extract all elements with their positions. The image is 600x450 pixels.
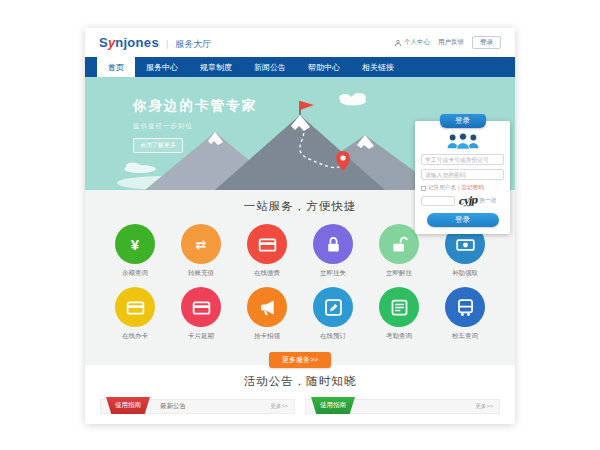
personal-center-label: 个人中心 xyxy=(404,38,430,47)
bus-icon xyxy=(455,297,476,318)
yuan-icon: ¥ xyxy=(131,237,139,252)
tab-latest-news[interactable]: 最新公告 xyxy=(160,402,186,411)
hero-cta-button[interactable]: 点击了解更多 xyxy=(133,138,183,153)
site-subtitle: 服务大厅 xyxy=(175,38,211,51)
nav-item-service-center[interactable]: 服务中心 xyxy=(135,57,189,77)
logo-divider: | xyxy=(166,39,168,49)
captcha-input[interactable] xyxy=(421,196,455,206)
service-label: 立即挂失 xyxy=(300,269,366,278)
row-divider: | xyxy=(458,185,459,191)
service-item-booking[interactable]: 在线预订 xyxy=(300,287,366,341)
service-circle xyxy=(379,287,419,327)
personal-center-link[interactable]: 个人中心 xyxy=(394,38,430,47)
service-label: 立即解挂 xyxy=(366,269,432,278)
guide-panel-right: 使用指南 更多>> xyxy=(305,399,500,414)
right-more-link[interactable]: 更多>> xyxy=(475,403,493,411)
announcements-section: 活动公告，随时知晓 使用指南 最新公告 更多>> 使用指南 更多>> xyxy=(85,365,515,414)
service-item-found-card[interactable]: 拾卡招领 xyxy=(234,287,300,341)
user-feedback-label: 用户反馈 xyxy=(438,38,464,47)
service-circle xyxy=(445,287,485,327)
banknote-icon xyxy=(455,234,476,255)
service-label: 余额查询 xyxy=(102,269,168,278)
lock-icon xyxy=(323,234,344,255)
service-item-report-loss[interactable]: 立即挂失 xyxy=(300,224,366,278)
hero-copy: 你身边的卡管专家 提供捷径一步到位 点击了解更多 xyxy=(133,97,257,153)
remember-row: 记住用户名 | 忘记密码 xyxy=(421,184,504,192)
services-grid: ¥ 余额查询 ⇄ 转账充值 在线缴费 立即挂失 xyxy=(102,224,498,341)
service-item-pay[interactable]: 在线缴费 xyxy=(234,224,300,278)
site-header: Synjones | 服务大厅 个人中心 用户反馈 登录 xyxy=(85,28,515,57)
card-icon xyxy=(257,234,278,255)
left-panel-header: 使用指南 最新公告 更多>> xyxy=(100,399,295,414)
left-more-link[interactable]: 更多>> xyxy=(270,403,288,411)
card-icon xyxy=(125,297,146,318)
service-item-attendance[interactable]: 考勤查询 xyxy=(366,287,432,341)
nav-item-home[interactable]: 首页 xyxy=(97,57,135,77)
service-item-card-extend[interactable]: 卡片延期 xyxy=(168,287,234,341)
edit-icon xyxy=(323,297,344,318)
service-label: 卡片延期 xyxy=(168,332,234,341)
tab-usage-guide-left[interactable]: 使用指南 xyxy=(106,397,150,414)
captcha-refresh-link[interactable]: 换一张 xyxy=(480,197,497,205)
user-feedback-link[interactable]: 用户反馈 xyxy=(438,38,464,47)
service-circle: ¥ xyxy=(115,224,155,264)
service-circle xyxy=(247,224,287,264)
person-icon xyxy=(394,39,402,47)
remember-checkbox[interactable] xyxy=(421,186,426,191)
hero-subtitle: 提供捷径一步到位 xyxy=(133,122,257,131)
service-item-apply-card[interactable]: 在线办卡 xyxy=(102,287,168,341)
hero-title: 你身边的卡管专家 xyxy=(133,97,257,115)
password-input[interactable] xyxy=(421,169,504,180)
service-circle xyxy=(379,224,419,264)
header-login-button[interactable]: 登录 xyxy=(472,36,501,49)
captcha-image: cyjp xyxy=(458,194,477,207)
service-circle xyxy=(313,224,353,264)
service-label: 转账充值 xyxy=(168,269,234,278)
transfer-icon: ⇄ xyxy=(196,238,207,251)
service-label: 补助领取 xyxy=(432,269,498,278)
remember-label: 记住用户名 xyxy=(428,184,456,192)
service-circle xyxy=(247,287,287,327)
card-icon xyxy=(191,297,212,318)
service-label: 校车查询 xyxy=(432,332,498,341)
service-label: 拾卡招领 xyxy=(234,332,300,341)
service-item-transfer[interactable]: ⇄ 转账充值 xyxy=(168,224,234,278)
list-icon xyxy=(389,297,410,318)
nav-item-news[interactable]: 新闻公告 xyxy=(243,57,297,77)
main-nav: 首页 服务中心 规章制度 新闻公告 帮助中心 相关链接 xyxy=(85,57,515,77)
announcement-panels: 使用指南 最新公告 更多>> 使用指南 更多>> xyxy=(85,399,515,414)
logo-text: S xyxy=(99,35,108,50)
service-circle xyxy=(181,287,221,327)
nav-item-help[interactable]: 帮助中心 xyxy=(297,57,351,77)
service-label: 考勤查询 xyxy=(366,332,432,341)
page-canvas: Synjones | 服务大厅 个人中心 用户反馈 登录 首页 服务中心 规章制… xyxy=(0,0,600,450)
megaphone-icon xyxy=(257,297,278,318)
service-label: 在线缴费 xyxy=(234,269,300,278)
right-panel-header: 使用指南 更多>> xyxy=(305,399,500,414)
account-input[interactable] xyxy=(421,154,504,165)
nav-item-links[interactable]: 相关链接 xyxy=(351,57,405,77)
service-circle xyxy=(115,287,155,327)
logo-arrow-icon: y xyxy=(108,35,115,50)
service-circle xyxy=(313,287,353,327)
more-services-button[interactable]: 更多服务>> xyxy=(269,352,331,368)
header-actions: 个人中心 用户反馈 登录 xyxy=(394,36,501,49)
tab-usage-guide-right[interactable]: 使用指南 xyxy=(311,397,355,414)
announcements-heading: 活动公告，随时知晓 xyxy=(85,365,515,389)
login-submit-button[interactable]: 登录 xyxy=(427,213,499,227)
forgot-password-link[interactable]: 忘记密码 xyxy=(461,184,483,192)
website-mockup: Synjones | 服务大厅 个人中心 用户反馈 登录 首页 服务中心 规章制… xyxy=(85,28,515,424)
logo-text-rest: njones xyxy=(115,35,159,50)
service-circle: ⇄ xyxy=(181,224,221,264)
brand-logo[interactable]: Synjones | 服务大厅 xyxy=(99,35,211,51)
unlock-icon xyxy=(389,234,410,255)
service-label: 在线预订 xyxy=(300,332,366,341)
nav-item-rules[interactable]: 规章制度 xyxy=(189,57,243,77)
login-tab[interactable]: 登录 xyxy=(440,114,486,128)
login-panel: 登录 记住用户名 | 忘记密码 cyjp 换一张 登录 xyxy=(415,121,510,234)
service-item-balance[interactable]: ¥ 余额查询 xyxy=(102,224,168,278)
guide-panel-left: 使用指南 最新公告 更多>> xyxy=(100,399,295,414)
service-label: 在线办卡 xyxy=(102,332,168,341)
hero-banner: 你身边的卡管专家 提供捷径一步到位 点击了解更多 登录 记住用户名 | 忘记密码 xyxy=(85,77,515,190)
service-item-school-bus[interactable]: 校车查询 xyxy=(432,287,498,341)
